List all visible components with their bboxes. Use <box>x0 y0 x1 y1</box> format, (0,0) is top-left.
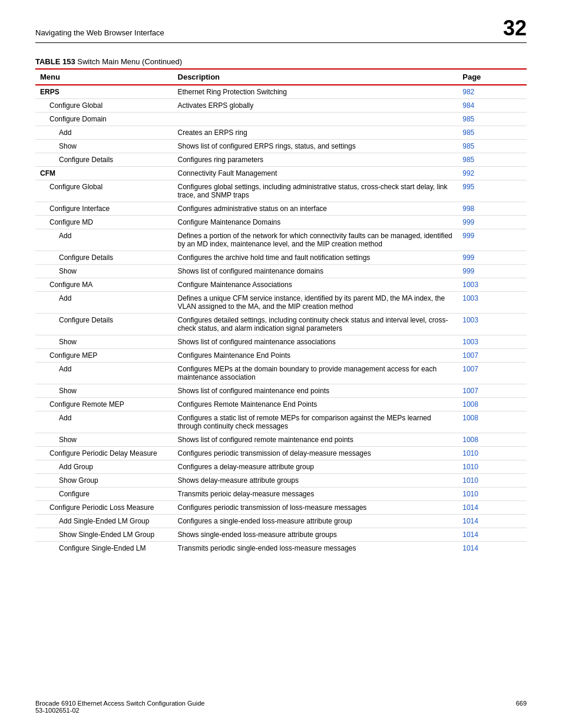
menu-cell: Add <box>35 229 173 251</box>
col-header-description: Description <box>173 69 458 85</box>
table-row: AddDefines a unique CFM service instance… <box>35 292 527 314</box>
page-cell: 1007 <box>458 363 527 384</box>
page-cell: 1014 <box>458 515 527 528</box>
menu-cell: Add <box>35 126 173 140</box>
footer-right: 669 <box>516 700 527 714</box>
description-cell: Defines a portion of the network for whi… <box>173 229 458 251</box>
page-link[interactable]: 999 <box>462 218 474 226</box>
page-link[interactable]: 1010 <box>462 463 478 471</box>
page-cell: 995 <box>458 180 527 202</box>
menu-cell: Add <box>35 292 173 314</box>
menu-cell: Configure Details <box>35 251 173 265</box>
page-link[interactable]: 985 <box>462 142 474 150</box>
menu-cell: Show <box>35 384 173 398</box>
page-link[interactable]: 1003 <box>462 338 478 346</box>
chapter-title: Navigating the Web Browser Interface <box>35 28 164 37</box>
table-row: Configure Remote MEPConfigures Remote Ma… <box>35 398 527 411</box>
table-row: AddConfigures a static list of remote ME… <box>35 411 527 433</box>
table-row: Configure InterfaceConfigures administra… <box>35 202 527 216</box>
description-cell: Configures Remote Maintenance End Points <box>173 398 458 411</box>
menu-cell: Show <box>35 265 173 278</box>
table-row: Add Single-Ended LM GroupConfigures a si… <box>35 515 527 528</box>
description-cell: Creates an ERPS ring <box>173 126 458 140</box>
page-link[interactable]: 985 <box>462 129 474 137</box>
description-cell: Shows delay-measure attribute groups <box>173 474 458 487</box>
description-cell: Configures the archive hold time and fau… <box>173 251 458 265</box>
page-link[interactable]: 985 <box>462 156 474 164</box>
page-link[interactable]: 1008 <box>462 400 478 409</box>
page-link[interactable]: 1010 <box>462 490 478 498</box>
menu-cell: Configure MEP <box>35 349 173 363</box>
page-link[interactable]: 1014 <box>462 531 478 539</box>
page-link[interactable]: 1014 <box>462 517 478 525</box>
description-cell: Configure Maintenance Associations <box>173 278 458 292</box>
table-caption: TABLE 153 Switch Main Menu (Continued) <box>35 57 527 66</box>
page-link[interactable]: 995 <box>462 183 474 191</box>
table-row: ShowShows list of configured maintenance… <box>35 335 527 349</box>
menu-cell: Add Single-Ended LM Group <box>35 515 173 528</box>
menu-cell: Add <box>35 363 173 384</box>
menu-cell: Add <box>35 411 173 433</box>
description-cell: Configures ring parameters <box>173 153 458 167</box>
page-link[interactable]: 1007 <box>462 351 478 360</box>
menu-cell: Show Group <box>35 474 173 487</box>
menu-cell: Configure Domain <box>35 113 173 126</box>
menu-cell: Show Single-Ended LM Group <box>35 528 173 542</box>
page-cell: 1008 <box>458 411 527 433</box>
page-cell: 985 <box>458 153 527 167</box>
page-link[interactable]: 1014 <box>462 544 478 552</box>
page-link[interactable]: 999 <box>462 232 474 240</box>
page-link[interactable]: 1007 <box>462 387 478 395</box>
page-link[interactable]: 992 <box>462 169 474 177</box>
page-link[interactable]: 1007 <box>462 365 478 373</box>
menu-cell: CFM <box>35 167 173 180</box>
table-label: TABLE 153 <box>35 57 75 66</box>
menu-cell: Add Group <box>35 460 173 474</box>
page-link[interactable]: 1008 <box>462 436 478 444</box>
description-cell: Ethernet Ring Protection Switching <box>173 85 458 99</box>
page-link[interactable]: 1003 <box>462 316 478 324</box>
description-cell: Configures a single-ended loss-measure a… <box>173 515 458 528</box>
description-cell: Configures periodic transmission of loss… <box>173 501 458 515</box>
description-cell: Transmits perioic delay-measure messages <box>173 487 458 501</box>
page-cell: 999 <box>458 251 527 265</box>
table-title: Switch Main Menu (Continued) <box>77 57 182 66</box>
page-link[interactable]: 982 <box>462 88 474 96</box>
page-cell: 1014 <box>458 542 527 555</box>
page-link[interactable]: 1003 <box>462 281 478 289</box>
page-link[interactable]: 985 <box>462 115 474 123</box>
table-row: AddCreates an ERPS ring985 <box>35 126 527 140</box>
page-cell: 1003 <box>458 292 527 314</box>
menu-cell: Show <box>35 140 173 153</box>
description-cell: Activates ERPS globally <box>173 99 458 113</box>
table-row: ShowShows list of configured maintenance… <box>35 265 527 278</box>
page-link[interactable]: 999 <box>462 253 474 262</box>
page-link[interactable]: 1008 <box>462 414 478 422</box>
description-cell: Shows single-ended loss-measure attribut… <box>173 528 458 542</box>
page-link[interactable]: 1010 <box>462 449 478 457</box>
page-link[interactable]: 1014 <box>462 503 478 512</box>
page-link[interactable]: 998 <box>462 205 474 213</box>
page-link[interactable]: 1003 <box>462 294 478 302</box>
page-cell: 982 <box>458 85 527 99</box>
description-cell: Configures periodic transmission of dela… <box>173 447 458 460</box>
menu-cell: Configure Details <box>35 153 173 167</box>
page-header: Navigating the Web Browser Interface 32 <box>35 18 527 43</box>
page-number: 32 <box>503 18 527 39</box>
description-cell: Configures detailed settings, including … <box>173 314 458 335</box>
table-row: Show Single-Ended LM GroupShows single-e… <box>35 528 527 542</box>
description-cell: Defines a unique CFM service instance, i… <box>173 292 458 314</box>
page-link[interactable]: 1010 <box>462 476 478 485</box>
description-cell: Shows list of configured remote maintena… <box>173 433 458 447</box>
menu-cell: Configure <box>35 487 173 501</box>
page-link[interactable]: 984 <box>462 101 474 110</box>
table-row: ERPSEthernet Ring Protection Switching98… <box>35 85 527 99</box>
page-link[interactable]: 999 <box>462 267 474 275</box>
page-cell: 1010 <box>458 460 527 474</box>
table-row: Configure MAConfigure Maintenance Associ… <box>35 278 527 292</box>
table-row: CFMConnectivity Fault Management992 <box>35 167 527 180</box>
table-row: Add GroupConfigures a delay-measure attr… <box>35 460 527 474</box>
page-cell: 985 <box>458 113 527 126</box>
page-cell: 1010 <box>458 474 527 487</box>
page-cell: 1007 <box>458 349 527 363</box>
